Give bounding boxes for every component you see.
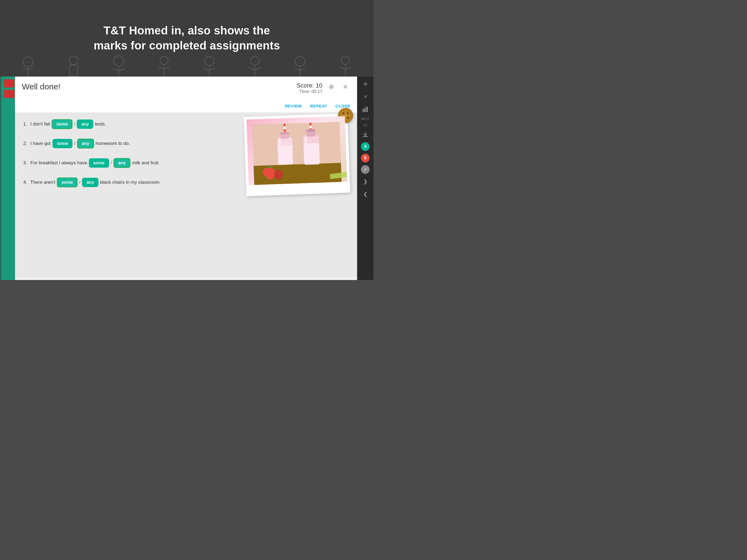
svg-rect-49 [363, 136, 368, 137]
sentence-1-word1[interactable]: some [52, 119, 73, 129]
left-sidebar-inner [1, 77, 17, 280]
svg-rect-47 [364, 108, 366, 112]
svg-rect-46 [363, 109, 364, 112]
well-done-text: Well done! [22, 82, 60, 91]
close-x-button[interactable]: ✕ [340, 82, 350, 92]
close-x-icon[interactable]: ✕ [360, 92, 370, 102]
sentence-3: 3. For breakfast I always have some / an… [23, 158, 202, 168]
sentence-3-text-after: milk and fruit. [132, 160, 160, 166]
sidebar-time: 00:17 [361, 117, 369, 121]
panel-content: 1. I don't fail some / any tests. 2. I h… [15, 112, 357, 278]
bar-chart-icon[interactable] [360, 104, 370, 114]
sentence-2: 2. I have got some / any homework to do. [23, 138, 202, 149]
sentence-3-separator: / [111, 160, 112, 166]
panel-header: Well done! Score: 10 Time: 00:17 ✻ ✕ REV… [15, 77, 357, 112]
sentence-3-number: 3. [23, 160, 29, 166]
left-tab-1 [4, 79, 15, 87]
left-tab-2 [4, 90, 15, 98]
sentence-4-text-after: black chairs in my classroom. [100, 180, 161, 185]
sentence-2-word2[interactable]: any [77, 138, 94, 149]
sentence-1-number: 1. [23, 121, 29, 127]
sentence-1-word2[interactable]: any [77, 120, 93, 129]
svg-rect-71 [310, 123, 311, 126]
header-actions: REVIEW REPEAT CLOSE [22, 100, 350, 112]
arrow-right-icon[interactable]: ❯ [360, 177, 370, 186]
download-icon[interactable] [360, 130, 370, 139]
left-sidebar [0, 77, 15, 280]
sentence-4-number: 4. [23, 180, 29, 185]
svg-rect-68 [278, 146, 293, 164]
svg-rect-58 [284, 124, 285, 126]
sentence-1-text-after: tests. [95, 121, 106, 127]
sentence-2-text-before: I have got [30, 141, 51, 146]
svg-rect-80 [304, 143, 320, 164]
check-icon: ✓ [361, 165, 370, 174]
milk-bottles-svg [252, 122, 341, 185]
svg-rect-48 [366, 107, 368, 112]
sentences-area: 1. I don't fail some / any tests. 2. I h… [23, 119, 202, 187]
polaroid-image: SAMOA [247, 116, 347, 185]
sentence-2-text-after: homework to do. [96, 141, 130, 146]
right-sidebar: ✻ ✕ 00:17 1/1 4 0 ✓ ❯ ❮ [357, 77, 374, 280]
sentence-4-text-before: There aren't [30, 180, 55, 185]
sentence-3-text-before: For breakfast I always have [30, 160, 87, 166]
title-line2: marks for completed assignments [94, 39, 280, 52]
sentence-2-word1[interactable]: some [52, 139, 73, 148]
score-incorrect-badge: 0 [361, 154, 370, 162]
sentence-4: 4. There aren't some / any black chairs … [23, 177, 202, 187]
sentence-1-text-before: I don't fail [30, 121, 50, 127]
repeat-button[interactable]: REPEAT [310, 102, 327, 110]
image-area: SAMOA [245, 115, 349, 195]
score-area: Score: 10 Time: 00:17 [297, 82, 323, 94]
sidebar-page: 1/1 [363, 124, 367, 127]
sentence-3-word1[interactable]: some [89, 158, 109, 168]
asterisk-icon[interactable]: ✻ [360, 79, 370, 89]
polaroid-frame: SAMOA [243, 113, 350, 196]
sentence-1-separator: / [74, 122, 75, 127]
time-text: Time: 00:17 [297, 89, 323, 94]
sentence-3-word2[interactable]: any [113, 158, 130, 168]
title-text: T&T Homed in, also shows the marks for c… [94, 23, 280, 53]
sentence-4-word1[interactable]: some [57, 177, 78, 187]
sentence-2-separator: / [74, 141, 75, 146]
asterisk-button[interactable]: ✻ [327, 82, 336, 92]
main-panel: Well done! Score: 10 Time: 00:17 ✻ ✕ REV… [15, 77, 357, 280]
title-line1: T&T Homed in, also shows the [103, 24, 270, 37]
header-top: Well done! Score: 10 Time: 00:17 ✻ ✕ [22, 82, 350, 94]
arrow-left-icon[interactable]: ❮ [360, 189, 370, 199]
svg-rect-59 [284, 129, 286, 132]
sentence-2-number: 2. [23, 141, 29, 146]
title-area: T&T Homed in, also shows the marks for c… [0, 0, 374, 77]
sentence-4-separator: / [79, 180, 80, 185]
sentence-4-word2[interactable]: any [82, 178, 98, 187]
review-button[interactable]: REVIEW [285, 102, 302, 110]
sentence-1: 1. I don't fail some / any tests. [23, 119, 202, 129]
score-correct-badge: 4 [361, 142, 370, 151]
score-text: Score: 10 [297, 82, 323, 89]
